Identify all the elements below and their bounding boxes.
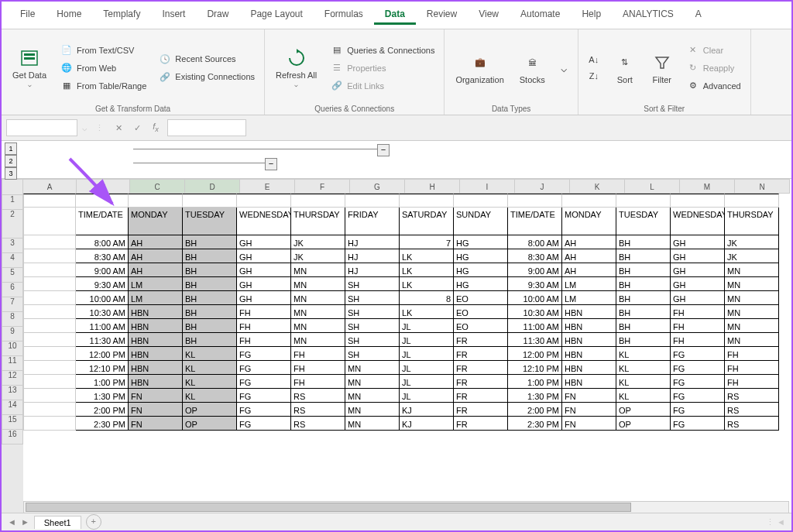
cell[interactable]: BH xyxy=(616,319,671,333)
cell[interactable]: 12:00 PM xyxy=(76,347,129,361)
cell[interactable]: FN xyxy=(129,417,183,431)
cell[interactable]: OP xyxy=(616,403,671,417)
cell[interactable]: MN xyxy=(345,375,400,389)
row-header-1[interactable]: 1 xyxy=(2,195,23,210)
cell[interactable]: HG xyxy=(454,249,508,263)
enter-formula-button[interactable]: ✓ xyxy=(130,121,144,135)
cell[interactable]: FR xyxy=(454,389,508,403)
cell[interactable]: 1:30 PM xyxy=(508,389,562,403)
tab-a[interactable]: A xyxy=(685,5,712,25)
cell[interactable]: OP xyxy=(183,403,237,417)
cell[interactable]: 12:10 PM xyxy=(508,361,562,375)
sort-desc-button[interactable]: Z↓ xyxy=(585,68,603,84)
cell[interactable] xyxy=(23,277,76,291)
existing-connections-button[interactable]: 🔗Existing Connections xyxy=(156,69,258,84)
cell[interactable]: 8:30 AM xyxy=(508,249,562,263)
cell[interactable] xyxy=(23,375,76,389)
cell[interactable]: KL xyxy=(616,375,671,389)
cell[interactable]: MN xyxy=(725,277,779,291)
cell[interactable]: JK xyxy=(725,249,779,263)
col-header-E[interactable]: E xyxy=(240,179,295,194)
col-header-K[interactable]: K xyxy=(570,179,625,194)
cell[interactable]: HJ xyxy=(345,263,400,277)
cell[interactable] xyxy=(23,319,76,333)
cell[interactable]: LM xyxy=(562,277,616,291)
col-header-N[interactable]: N xyxy=(735,179,790,194)
cell[interactable]: JL xyxy=(400,347,454,361)
cell[interactable]: BH xyxy=(616,333,671,347)
cell[interactable]: FN xyxy=(562,403,616,417)
fx-button[interactable]: fx xyxy=(149,121,163,135)
tab-help[interactable]: Help xyxy=(571,5,612,25)
cell[interactable]: FH xyxy=(291,375,345,389)
cell[interactable]: FR xyxy=(454,403,508,417)
cell[interactable]: GH xyxy=(237,291,291,305)
cell[interactable]: FR xyxy=(454,333,508,347)
cell[interactable]: BH xyxy=(183,263,237,277)
refresh-all-button[interactable]: Refresh All ⌵ xyxy=(271,33,321,103)
cell[interactable]: BH xyxy=(183,319,237,333)
row-header-12[interactable]: 12 xyxy=(2,371,23,386)
row-header-2[interactable]: 2 xyxy=(2,210,23,239)
cell[interactable]: TIME/DATE xyxy=(76,208,129,235)
cell[interactable]: FG xyxy=(671,375,725,389)
cell[interactable]: KL xyxy=(616,361,671,375)
cell[interactable]: SATURDAY xyxy=(400,208,454,235)
cell[interactable]: RS xyxy=(291,417,345,431)
cell[interactable]: FR xyxy=(454,417,508,431)
cell[interactable]: MN xyxy=(345,403,400,417)
cell[interactable]: OP xyxy=(616,417,671,431)
cell[interactable]: FG xyxy=(237,389,291,403)
cell[interactable]: GH xyxy=(671,249,725,263)
cell[interactable]: FG xyxy=(237,347,291,361)
outline-level-2[interactable]: 2 xyxy=(5,155,17,167)
cell[interactable]: FH xyxy=(671,319,725,333)
cell[interactable]: HBN xyxy=(562,319,616,333)
cell[interactable]: JL xyxy=(400,361,454,375)
cell[interactable]: FH xyxy=(671,333,725,347)
cell[interactable]: LK xyxy=(400,277,454,291)
from-web-button[interactable]: 🌐From Web xyxy=(57,60,149,76)
from-table-button[interactable]: ▦From Table/Range xyxy=(57,78,149,94)
row-header-10[interactable]: 10 xyxy=(2,342,23,356)
col-header-L[interactable]: L xyxy=(625,179,680,194)
tab-file[interactable]: File xyxy=(9,5,46,25)
sheet-nav-next[interactable]: ► xyxy=(21,517,29,527)
cell[interactable] xyxy=(562,194,616,208)
sort-asc-button[interactable]: A↓ xyxy=(585,52,603,67)
cell[interactable]: BH xyxy=(616,277,671,291)
cell[interactable]: HG xyxy=(454,235,508,249)
cell[interactable]: FN xyxy=(562,417,616,431)
cell[interactable]: FH xyxy=(725,375,779,389)
col-header-C[interactable]: C xyxy=(130,179,185,194)
cell[interactable] xyxy=(23,417,76,431)
cell[interactable]: GH xyxy=(237,263,291,277)
cell[interactable]: MN xyxy=(291,319,345,333)
cell[interactable]: 11:00 AM xyxy=(508,319,562,333)
cell[interactable]: THURSDAY xyxy=(291,208,345,235)
tab-automate[interactable]: Automate xyxy=(510,5,571,25)
outline-level-1[interactable]: 1 xyxy=(5,142,17,155)
cell[interactable] xyxy=(671,194,725,208)
cell[interactable]: HBN xyxy=(562,305,616,319)
cell[interactable]: 1:30 PM xyxy=(76,389,129,403)
cell[interactable]: MN xyxy=(345,389,400,403)
cell[interactable] xyxy=(23,389,76,403)
formula-input[interactable] xyxy=(167,119,246,136)
cell[interactable]: 7 xyxy=(400,235,454,249)
cell[interactable]: LK xyxy=(400,305,454,319)
cell[interactable]: LK xyxy=(400,263,454,277)
tab-templafy[interactable]: Templafy xyxy=(92,5,151,25)
row-header-7[interactable]: 7 xyxy=(2,297,23,312)
cell[interactable]: FH xyxy=(237,319,291,333)
recent-sources-button[interactable]: 🕓Recent Sources xyxy=(156,51,258,67)
cell[interactable]: MN xyxy=(291,263,345,277)
tab-draw[interactable]: Draw xyxy=(196,5,239,25)
cell[interactable]: 2:00 PM xyxy=(76,403,129,417)
cell[interactable] xyxy=(237,194,291,208)
tab-formulas[interactable]: Formulas xyxy=(314,5,374,25)
cell[interactable] xyxy=(508,194,562,208)
cell[interactable]: JL xyxy=(400,389,454,403)
cell[interactable]: RS xyxy=(291,403,345,417)
cancel-formula-button[interactable]: ✕ xyxy=(112,121,125,135)
